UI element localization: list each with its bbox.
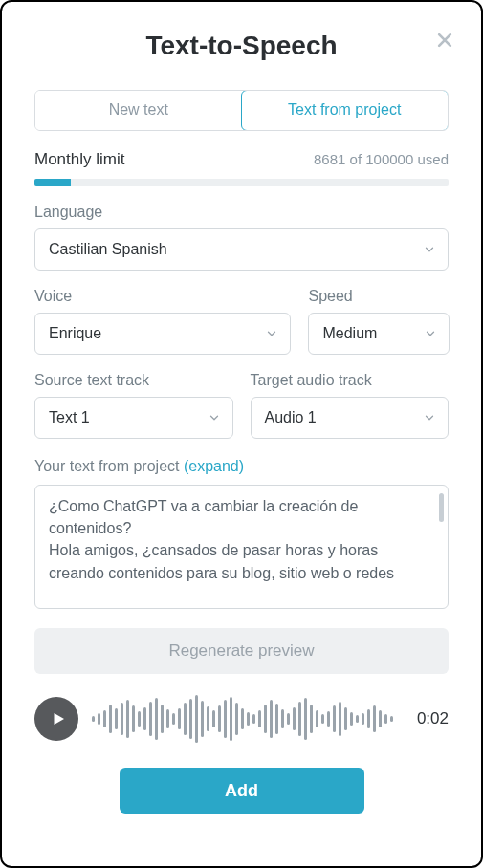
tab-text-from-project[interactable]: Text from project xyxy=(241,90,450,131)
speed-select[interactable]: Medium xyxy=(308,313,449,355)
voice-field: Voice Enrique xyxy=(34,288,291,355)
close-button[interactable] xyxy=(431,27,458,54)
audio-player: 0:02 xyxy=(34,695,449,743)
target-track-label: Target audio track xyxy=(251,372,450,389)
language-select[interactable]: Castilian Spanish xyxy=(34,228,449,271)
project-text-area[interactable]: ¿Como ChatGPT va a cambiar la creación d… xyxy=(34,485,449,609)
play-button[interactable] xyxy=(34,697,78,741)
add-button[interactable]: Add xyxy=(120,768,364,814)
limit-usage: 8681 of 100000 used xyxy=(314,151,449,167)
waveform[interactable] xyxy=(92,695,404,743)
chevron-down-icon xyxy=(423,243,436,256)
chevron-down-icon xyxy=(424,327,437,340)
language-label: Language xyxy=(34,204,449,221)
expand-link[interactable]: (expand) xyxy=(184,458,244,474)
language-value: Castilian Spanish xyxy=(49,241,167,258)
target-track-select[interactable]: Audio 1 xyxy=(251,397,450,439)
language-field: Language Castilian Spanish xyxy=(34,204,449,271)
regenerate-button[interactable]: Regenerate preview xyxy=(34,628,449,674)
source-track-label: Source text track xyxy=(34,372,233,389)
project-text-label: Your text from project xyxy=(34,458,179,474)
chevron-down-icon xyxy=(423,411,436,424)
source-track-field: Source text track Text 1 xyxy=(34,372,233,439)
target-track-value: Audio 1 xyxy=(265,409,317,426)
project-text-header: Your text from project (expand) xyxy=(34,458,449,475)
voice-value: Enrique xyxy=(49,325,101,342)
limit-bar xyxy=(34,179,449,186)
source-track-select[interactable]: Text 1 xyxy=(34,397,233,439)
play-icon xyxy=(50,710,67,727)
dialog-title: Text-to-Speech xyxy=(34,31,449,61)
limit-row: Monthly limit 8681 of 100000 used xyxy=(34,150,449,169)
chevron-down-icon xyxy=(208,411,221,424)
tab-new-text[interactable]: New text xyxy=(35,91,242,130)
chevron-down-icon xyxy=(265,327,278,340)
tts-dialog: Text-to-Speech New text Text from projec… xyxy=(0,0,483,868)
player-time: 0:02 xyxy=(417,709,449,728)
speed-field: Speed Medium xyxy=(308,288,449,355)
speed-label: Speed xyxy=(308,288,449,305)
voice-label: Voice xyxy=(34,288,291,305)
source-track-value: Text 1 xyxy=(49,409,90,426)
limit-bar-fill xyxy=(34,179,71,186)
limit-label: Monthly limit xyxy=(34,150,124,169)
target-track-field: Target audio track Audio 1 xyxy=(251,372,450,439)
source-tabs: New text Text from project xyxy=(34,90,449,131)
close-icon xyxy=(435,31,454,50)
speed-value: Medium xyxy=(322,325,377,342)
voice-select[interactable]: Enrique xyxy=(34,313,291,355)
